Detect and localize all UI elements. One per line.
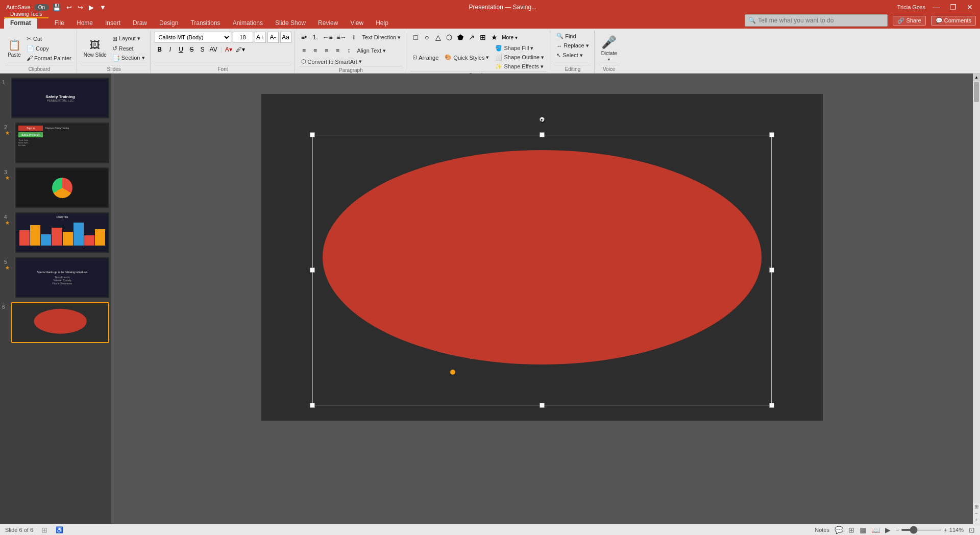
section-button[interactable]: 📑 Section ▾ — [110, 54, 147, 63]
slideshow-view-icon[interactable]: ▶ — [885, 526, 891, 534]
shape-6[interactable]: ↗ — [467, 32, 477, 43]
tab-review[interactable]: Review — [312, 17, 344, 29]
restore-button[interactable]: ❐ — [947, 2, 960, 12]
reading-view-icon[interactable]: 📖 — [871, 526, 880, 534]
slide-thumb-img-4[interactable]: Chart Title — [15, 212, 109, 253]
strikethrough-button[interactable]: S — [187, 44, 197, 55]
slide-thumb-img-5[interactable]: Special thanks go to the following indiv… — [15, 257, 109, 298]
zoom-out-btn[interactable]: − — [896, 527, 899, 533]
cut-button[interactable]: ✂ Cut — [24, 34, 74, 43]
align-text-button[interactable]: Align Text ▾ — [355, 45, 388, 56]
fit-page-icon[interactable]: ⊞ — [974, 504, 978, 509]
paste-button[interactable]: 📋 Paste — [5, 33, 23, 64]
line-spacing-button[interactable]: ↕ — [344, 45, 354, 56]
shape-3[interactable]: △ — [433, 32, 443, 43]
justify-button[interactable]: ≡ — [333, 45, 343, 56]
vertical-scrollbar[interactable]: ▲ ▼ ⊞ − + — [973, 74, 980, 524]
find-button[interactable]: 🔍 Find — [554, 32, 578, 40]
select-button[interactable]: ↖ Select ▾ — [554, 51, 585, 60]
slide-thumb-4[interactable]: 4 ★ Chart Title — [2, 212, 109, 253]
zoom-slider[interactable] — [901, 529, 942, 531]
slide-thumb-1[interactable]: 1 Safety Training PEMBERTON, LLC — [2, 78, 109, 118]
quick-styles-button[interactable]: 🎨 Quick Styles ▾ — [443, 53, 491, 62]
text-direction-button[interactable]: Text Direction ▾ — [360, 32, 403, 43]
tab-home[interactable]: Home — [70, 17, 99, 29]
replace-button[interactable]: ↔ Replace ▾ — [554, 41, 591, 50]
new-slide-button[interactable]: 🖼 New Slide — [81, 33, 109, 64]
shape-7[interactable]: ⊞ — [478, 32, 488, 43]
search-input[interactable] — [758, 17, 884, 24]
tab-transitions[interactable]: Transitions — [184, 17, 226, 29]
tab-draw[interactable]: Draw — [127, 17, 153, 29]
format-painter-button[interactable]: 🖌 Format Painter — [24, 54, 74, 63]
dictate-button[interactable]: 🎤 Dictate ▾ — [599, 33, 620, 64]
reset-button[interactable]: ↺ Reset — [110, 44, 147, 53]
copy-button[interactable]: 📄 Copy — [24, 44, 74, 53]
columns-button[interactable]: ⫴ — [349, 32, 359, 43]
comments-button[interactable]: 💬 Comments — [931, 16, 976, 26]
slide-thumb-img-1[interactable]: Safety Training PEMBERTON, LLC — [11, 78, 109, 118]
char-spacing-button[interactable]: AV — [208, 44, 219, 55]
numbering-button[interactable]: 1. — [310, 32, 321, 43]
font-size-input[interactable] — [233, 32, 253, 43]
comments-status-icon[interactable]: 💬 — [835, 526, 843, 534]
shape-1[interactable]: □ — [410, 32, 421, 43]
slide-thumb-2[interactable]: 2 ★ Sign In SAFETY FIRST Think Safe...Wo… — [2, 123, 109, 163]
tab-animations[interactable]: Animations — [227, 17, 269, 29]
tab-file[interactable]: File — [48, 17, 70, 29]
slide-thumb-3[interactable]: 3 ★ — [2, 167, 109, 208]
layout-button[interactable]: ⊞ Layout ▾ — [110, 34, 147, 43]
minimize-button[interactable]: — — [929, 2, 943, 12]
shape-more[interactable]: More ▾ — [500, 32, 519, 43]
slide-thumb-img-2[interactable]: Sign In SAFETY FIRST Think Safe...Work S… — [15, 123, 109, 163]
slide-view-icon[interactable]: ⊞ — [848, 526, 854, 534]
font-size-increase-button[interactable]: A+ — [255, 32, 266, 43]
arrange-button[interactable]: ⊡ Arrange — [410, 53, 440, 62]
zoom-in-btn[interactable]: + — [944, 527, 947, 533]
italic-button[interactable]: I — [165, 44, 176, 55]
scroll-up-arrow[interactable]: ▲ — [973, 74, 980, 81]
shape-8[interactable]: ★ — [489, 32, 499, 43]
zoom-in-icon[interactable]: + — [975, 517, 978, 523]
text-color-button[interactable]: A▾ — [224, 44, 234, 55]
align-center-button[interactable]: ≡ — [310, 45, 321, 56]
align-right-button[interactable]: ≡ — [322, 45, 332, 56]
bold-button[interactable]: B — [155, 44, 165, 55]
slide-thumb-6[interactable]: 6 — [2, 302, 109, 343]
shape-outline-button[interactable]: ⬜ Shape Outline ▾ — [493, 53, 546, 62]
underline-button[interactable]: U — [176, 44, 186, 55]
slide-thumb-img-6[interactable] — [11, 302, 109, 343]
normal-view-icon[interactable]: ▦ — [860, 526, 866, 534]
autosave-toggle[interactable]: On — [34, 4, 49, 11]
shape-2[interactable]: ○ — [422, 32, 432, 43]
zoom-out-icon[interactable]: − — [975, 510, 978, 516]
tab-insert[interactable]: Insert — [99, 17, 127, 29]
tab-help[interactable]: Help — [370, 17, 395, 29]
tab-view[interactable]: View — [344, 17, 370, 29]
increase-indent-button[interactable]: ≡→ — [335, 32, 348, 43]
shape-4[interactable]: ⬡ — [444, 32, 454, 43]
clear-format-button[interactable]: Aa — [280, 32, 291, 43]
close-button[interactable]: ✕ — [964, 2, 976, 12]
slide-thumb-img-3[interactable] — [15, 167, 109, 208]
text-shadow-button[interactable]: S — [198, 44, 208, 55]
notes-button[interactable]: Notes — [815, 527, 829, 533]
tab-design[interactable]: Design — [153, 17, 184, 29]
shape-5[interactable]: ⬟ — [455, 32, 465, 43]
convert-smartart-button[interactable]: ⬡ Convert to SmartArt ▾ — [299, 57, 364, 66]
slide-thumb-5[interactable]: 5 ★ Special thanks go to the following i… — [2, 257, 109, 298]
font-family-select[interactable]: Calisto MT (Body) — [155, 32, 231, 43]
shape-effects-button[interactable]: ✨ Shape Effects ▾ — [493, 62, 546, 71]
font-size-decrease-button[interactable]: A- — [267, 32, 279, 43]
shape-container[interactable]: ↻ — [312, 135, 772, 405]
handle-rotate[interactable]: ↻ — [540, 117, 545, 122]
decrease-indent-button[interactable]: ←≡ — [322, 32, 334, 43]
share-button[interactable]: 🔗 Share — [893, 16, 925, 26]
fit-slide-btn[interactable]: ⊡ — [969, 526, 975, 534]
highlight-color-button[interactable]: 🖊▾ — [234, 44, 247, 55]
bullets-button[interactable]: ≡• — [299, 32, 309, 43]
tab-format[interactable]: Format — [4, 18, 37, 29]
shape-fill-button[interactable]: 🪣 Shape Fill ▾ — [493, 44, 546, 53]
tab-slideshow[interactable]: Slide Show — [269, 17, 312, 29]
search-bar[interactable]: 🔍 — [745, 14, 888, 27]
